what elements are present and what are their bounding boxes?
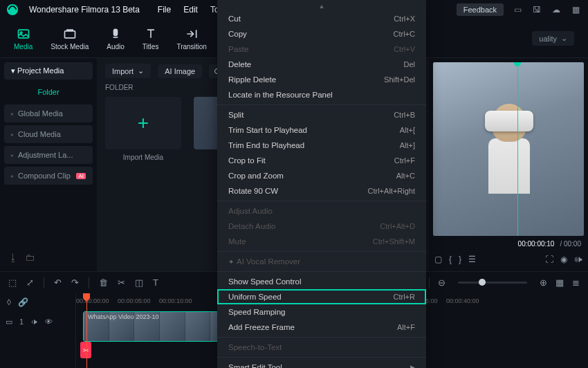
menu-edit[interactable]: Edit <box>183 5 198 15</box>
separator <box>44 277 44 288</box>
chevron-down-icon: ⌄ <box>138 66 144 75</box>
import-select[interactable]: Import ⌄ <box>105 64 151 78</box>
download-icon[interactable]: ⭳ <box>8 252 18 263</box>
preview-marker[interactable] <box>517 62 518 236</box>
sidebar-folder[interactable]: Folder <box>4 82 93 102</box>
menu-item-detach-audio: Detach AudioCtrl+Alt+D <box>217 219 426 234</box>
camera-icon[interactable]: ◉ <box>560 255 567 264</box>
menu-item-locate-in-the-resource-panel[interactable]: Locate in the Resource Panel <box>217 87 426 102</box>
menu-shortcut: Ctrl+R <box>394 293 415 301</box>
stop-icon[interactable]: ▢ <box>434 255 442 264</box>
sidebar: ▾ Project Media Folder Global Media Clou… <box>0 58 97 271</box>
menu-item-trim-end-to-playhead[interactable]: Trim End to PlayheadAlt+] <box>217 138 426 153</box>
scroll-up-icon[interactable]: ▲ <box>217 3 426 11</box>
monitor-icon[interactable]: ▭ <box>512 4 523 15</box>
quality-select[interactable]: uality ⌄ <box>532 31 574 46</box>
track-head[interactable]: ▭ 1 🕩 👁 <box>0 311 75 332</box>
sidebar-item-label: Compound Clip <box>18 172 71 180</box>
menu-item-crop-and-zoom[interactable]: Crop and ZoomAlt+C <box>217 168 426 183</box>
ruler-tick: 00:00:05:00 <box>118 297 151 304</box>
zoom-in-icon[interactable]: ⊕ <box>540 277 547 288</box>
menu-item-speech-to-text: Speech-to-Text <box>217 340 426 355</box>
menu-item-label: Show Speed Control <box>228 277 301 286</box>
link-icon[interactable]: 🔗 <box>18 297 28 307</box>
folder-icon[interactable]: 🗀 <box>25 252 35 263</box>
feedback-button[interactable]: Feedback <box>457 3 504 16</box>
app-title: Wondershare Filmora 13 Beta <box>29 5 140 15</box>
menu-item-crop-to-fit[interactable]: Crop to FitCtrl+F <box>217 153 426 168</box>
menu-separator <box>217 201 426 201</box>
menu-shortcut: Ctrl+X <box>394 15 415 23</box>
titles-icon <box>144 27 158 41</box>
sidebar-item-cloud-media[interactable]: Cloud Media <box>4 125 93 143</box>
menu-shortcut: Ctrl+Shift+M <box>373 237 415 246</box>
save-icon[interactable]: 🖫 <box>531 4 542 15</box>
menu-item-speed-ramping[interactable]: Speed Ramping <box>217 304 426 320</box>
expand-icon[interactable]: ⤢ <box>26 277 34 288</box>
ruler-tick: 00:00:00:00 <box>76 297 109 304</box>
ai-badge: AI <box>76 173 86 179</box>
menu-item-label: Ripple Delete <box>228 75 276 84</box>
menu-item-ripple-delete[interactable]: Ripple DeleteShift+Del <box>217 72 426 87</box>
menu-item-label: Detach Audio <box>228 222 275 230</box>
sidebar-item-adjustment-layer[interactable]: Adjustment La... <box>4 146 93 164</box>
view-list-icon[interactable]: ≣ <box>572 277 580 288</box>
tab-transitions[interactable]: Transition <box>176 27 207 50</box>
clip-cut-handle[interactable]: ✂ <box>80 342 91 358</box>
menu-item-delete[interactable]: DeleteDel <box>217 57 426 72</box>
plus-icon: + <box>105 97 181 149</box>
preview-frame[interactable] <box>433 62 584 236</box>
volume-icon[interactable]: 🕪 <box>574 255 582 264</box>
redo-icon[interactable]: ↷ <box>71 277 79 288</box>
sidebar-head-label: Project Media <box>17 66 64 75</box>
menu-item-copy[interactable]: CopyCtrl+C <box>217 26 426 42</box>
track-heads: ◊ 🔗 ▭ 1 🕩 👁 <box>0 293 76 368</box>
zoom-slider[interactable] <box>458 282 527 284</box>
menu-item-add-freeze-frame[interactable]: Add Freeze FrameAlt+F <box>217 320 426 335</box>
pointer-icon[interactable]: ⬚ <box>8 277 17 288</box>
menu-item-rotate-90-cw[interactable]: Rotate 90 CWCtrl+Alt+Right <box>217 183 426 199</box>
grid-icon[interactable]: ▦ <box>570 4 581 15</box>
menu-file[interactable]: File <box>158 5 171 15</box>
tab-audio[interactable]: Audio <box>107 27 125 50</box>
menu-item-trim-start-to-playhead[interactable]: Trim Start to PlayheadAlt+[ <box>217 122 426 138</box>
menu-shortcut: Ctrl+Alt+D <box>380 222 415 230</box>
menu-item-label: ✦AI Vocal Remover <box>228 257 300 266</box>
menu-item-label: Split <box>228 111 244 119</box>
audio-icon[interactable]: 🕩 <box>30 318 38 326</box>
menu-item-show-speed-control[interactable]: Show Speed Control <box>217 274 426 289</box>
menu-separator <box>217 337 426 338</box>
menu-shortcut: Alt+[ <box>400 126 415 134</box>
delete-icon[interactable]: 🗑 <box>99 277 108 288</box>
import-media-tile[interactable]: + Import Media <box>105 97 181 161</box>
text-tool-icon[interactable]: T <box>153 277 158 288</box>
sidebar-item-label: Cloud Media <box>18 130 61 138</box>
ai-image-button[interactable]: AI Image <box>158 64 202 78</box>
menu-item-split[interactable]: SplitCtrl+B <box>217 107 426 122</box>
menu-item-uniform-speed[interactable]: Uniform SpeedCtrl+R <box>217 289 426 304</box>
view-grid-icon[interactable]: ▦ <box>555 277 564 288</box>
tab-titles[interactable]: Titles <box>143 27 159 50</box>
app-logo-icon <box>7 4 18 15</box>
tab-media[interactable]: Media <box>14 27 33 50</box>
zoom-out-icon[interactable]: ⊖ <box>438 277 445 288</box>
playhead[interactable] <box>86 293 87 368</box>
menu-item-cut[interactable]: CutCtrl+X <box>217 11 426 26</box>
cloud-icon[interactable]: ☁ <box>551 4 562 15</box>
marker-icon[interactable]: ◊ <box>7 297 11 307</box>
brackets-icon[interactable]: { } <box>449 255 461 264</box>
sidebar-head[interactable]: ▾ Project Media <box>4 62 93 80</box>
visibility-icon[interactable]: 👁 <box>45 318 53 326</box>
menu-item-ai-vocal-remover: ✦AI Vocal Remover <box>217 254 426 269</box>
tab-stock-media[interactable]: Stock Media <box>50 27 89 50</box>
list-icon[interactable]: ☰ <box>468 255 476 264</box>
undo-icon[interactable]: ↶ <box>54 277 62 288</box>
split-icon[interactable]: ✂ <box>118 277 125 288</box>
crop-tool-icon[interactable]: ◫ <box>135 277 143 288</box>
media-icon <box>17 27 30 41</box>
sidebar-item-global-media[interactable]: Global Media <box>4 104 93 122</box>
menu-shortcut: Ctrl+V <box>394 45 415 53</box>
crop-icon[interactable]: ⛶ <box>545 255 553 264</box>
menu-item-smart-edit-tool[interactable]: Smart Edit Tool▶ <box>217 360 426 368</box>
sidebar-item-compound-clip[interactable]: Compound ClipAI <box>4 167 93 185</box>
